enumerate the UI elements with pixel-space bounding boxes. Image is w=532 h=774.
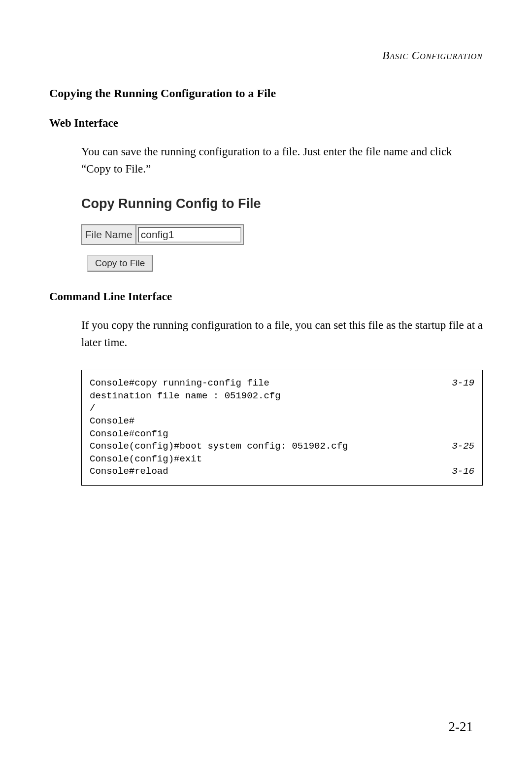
page-number: 2-21 (449, 719, 473, 735)
web-interface-heading: Web Interface (49, 117, 483, 130)
cli-text: Console#reload (90, 465, 168, 478)
page-header-category: Basic Configuration (49, 49, 483, 62)
cli-line: Console#config (90, 428, 474, 441)
file-name-input[interactable] (138, 227, 241, 243)
cli-heading: Command Line Interface (49, 290, 483, 303)
cli-text: Console# (90, 415, 134, 428)
cli-ref: 3-19 (452, 377, 474, 390)
file-name-input-cell (136, 225, 243, 245)
web-ui-screenshot: Copy Running Config to File File Name Co… (81, 196, 483, 272)
ui-panel-title: Copy Running Config to File (81, 196, 483, 211)
cli-text: Console(config)#exit (90, 453, 202, 466)
cli-line: Console(config)#exit (90, 453, 474, 466)
copy-to-file-button[interactable]: Copy to File (87, 255, 153, 272)
section-title: Copying the Running Configuration to a F… (49, 87, 483, 100)
cli-line: Console#reload 3-16 (90, 465, 474, 478)
cli-paragraph: If you copy the running configuration to… (81, 317, 483, 351)
cli-ref: 3-25 (452, 440, 474, 453)
cli-text: Console#copy running-config file (90, 377, 269, 390)
file-name-table: File Name (81, 224, 244, 245)
table-row: File Name (82, 225, 243, 245)
cli-line: Console(config)#boot system config: 0519… (90, 440, 474, 453)
cli-text: Console(config)#boot system config: 0519… (90, 440, 348, 453)
web-interface-paragraph: You can save the running configuration t… (81, 143, 483, 177)
cli-line: Console#copy running-config file 3-19 (90, 377, 474, 390)
cli-example-box: Console#copy running-config file 3-19 de… (81, 370, 483, 486)
cli-line: Console# (90, 415, 474, 428)
cli-text: Console#config (90, 428, 168, 441)
cli-ref: 3-16 (452, 465, 474, 478)
file-name-label: File Name (82, 225, 136, 245)
cli-text: / (90, 402, 95, 415)
cli-text: destination file name : 051902.cfg (90, 390, 281, 403)
cli-line: destination file name : 051902.cfg (90, 390, 474, 403)
cli-line: / (90, 402, 474, 415)
